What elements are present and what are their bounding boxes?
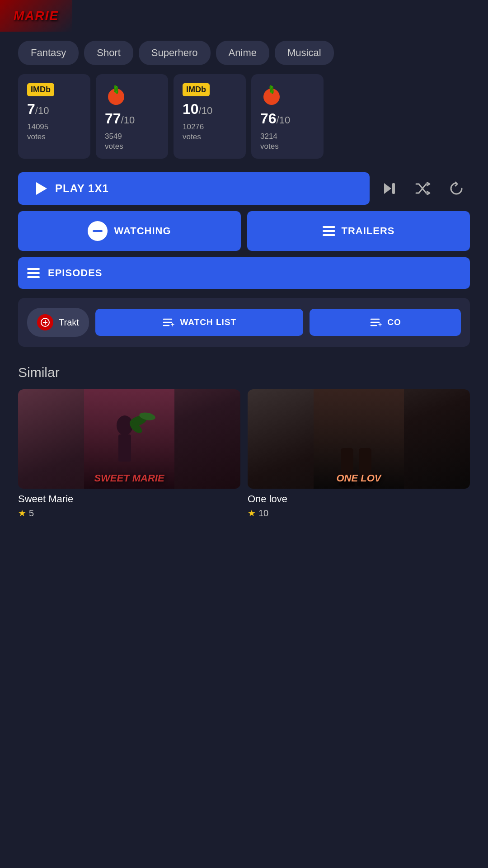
rating-card-imdb-1: IMDb 7/10 14095votes — [18, 74, 90, 159]
imdb-badge: IMDb — [27, 83, 54, 96]
svg-rect-9 — [392, 183, 395, 194]
genre-row: Fantasy Short Superhero Anime Musical — [0, 32, 488, 74]
svg-rect-24 — [118, 434, 131, 462]
one-love-rating-num: 10 — [258, 508, 268, 519]
tomato-icon-1 — [105, 83, 127, 106]
tomato-icon-2 — [260, 83, 283, 106]
rating-votes-4: 3214votes — [260, 132, 279, 151]
rating-cards: IMDb 7/10 14095votes 77/10 3549votes IMD… — [0, 74, 488, 168]
collection-icon: + — [369, 317, 383, 328]
rating-card-tomato-2: 76/10 3214votes — [251, 74, 324, 159]
hero-title: MARIE — [14, 9, 59, 23]
trailers-button[interactable]: TRAILERS — [247, 211, 470, 251]
list-icon — [323, 226, 335, 236]
one-love-thumb-title: ONE LOV — [336, 472, 381, 484]
refresh-button[interactable] — [443, 175, 470, 202]
shuffle-icon — [415, 182, 431, 195]
star-icon-1: ★ — [18, 508, 26, 519]
similar-section: Similar — [0, 356, 488, 537]
episodes-list-icon — [27, 268, 40, 278]
watch-trailers-row: WATCHING TRAILERS — [18, 211, 470, 251]
play-row: PLAY 1X1 — [18, 172, 470, 205]
one-love-thumbnail: ONE LOV — [248, 389, 470, 489]
rating-votes-1: 14095votes — [27, 122, 48, 142]
star-icon-2: ★ — [248, 508, 256, 519]
sweet-marie-rating-num: 5 — [29, 508, 34, 519]
similar-grid: SWEET MARIE Sweet Marie ★ 5 — [18, 389, 470, 519]
rating-card-tomato-1: 77/10 3549votes — [96, 74, 168, 159]
rating-score-3: 10/10 — [183, 101, 212, 118]
trakt-section: Trakt + WATCH LIST + CO — [18, 298, 470, 347]
similar-card-sweet-marie[interactable]: SWEET MARIE Sweet Marie ★ 5 — [18, 389, 240, 519]
svg-text:+: + — [378, 321, 382, 328]
genre-anime[interactable]: Anime — [216, 41, 269, 65]
rating-score-4: 76/10 — [260, 110, 290, 127]
action-section: PLAY 1X1 — [0, 168, 488, 293]
skip-button[interactable] — [376, 175, 403, 202]
rating-score-2: 77/10 — [105, 110, 135, 127]
genre-short[interactable]: Short — [84, 41, 133, 65]
svg-text:+: + — [171, 321, 175, 328]
rating-card-imdb-2: IMDb 10/10 10276votes — [174, 74, 246, 159]
rating-votes-2: 3549votes — [105, 132, 123, 151]
similar-card-one-love[interactable]: ONE LOV One love ★ 10 — [248, 389, 470, 519]
one-love-name: One love — [248, 493, 470, 505]
refresh-icon — [449, 181, 464, 196]
skip-icon — [382, 181, 397, 196]
episodes-button[interactable]: EPISODES — [18, 257, 470, 289]
hero-image: MARIE — [0, 0, 72, 32]
trakt-button[interactable]: Trakt — [27, 308, 89, 337]
rating-votes-3: 10276votes — [183, 122, 204, 142]
sweet-marie-name: Sweet Marie — [18, 493, 240, 505]
genre-superhero[interactable]: Superhero — [139, 41, 211, 65]
play-icon — [36, 182, 47, 195]
play-button[interactable]: PLAY 1X1 — [18, 172, 370, 205]
collection-button[interactable]: + CO — [310, 309, 461, 336]
watchlist-icon: + — [162, 317, 175, 328]
sweet-marie-thumbnail: SWEET MARIE — [18, 389, 240, 489]
rating-score-1: 7/10 — [27, 101, 49, 118]
trakt-logo-icon — [37, 314, 53, 330]
one-love-rating: ★ 10 — [248, 508, 470, 519]
svg-marker-8 — [384, 183, 391, 194]
genre-musical[interactable]: Musical — [275, 41, 334, 65]
shuffle-button[interactable] — [409, 175, 436, 202]
sweet-marie-rating: ★ 5 — [18, 508, 240, 519]
minus-icon — [88, 221, 108, 241]
sweet-marie-thumb-title: SWEET MARIE — [94, 472, 164, 484]
imdb-badge-2: IMDb — [183, 83, 210, 96]
watching-button[interactable]: WATCHING — [18, 211, 241, 251]
trakt-label: Trakt — [59, 317, 79, 328]
watchlist-button[interactable]: + WATCH LIST — [95, 309, 303, 336]
similar-title: Similar — [18, 365, 470, 380]
genre-fantasy[interactable]: Fantasy — [18, 41, 79, 65]
